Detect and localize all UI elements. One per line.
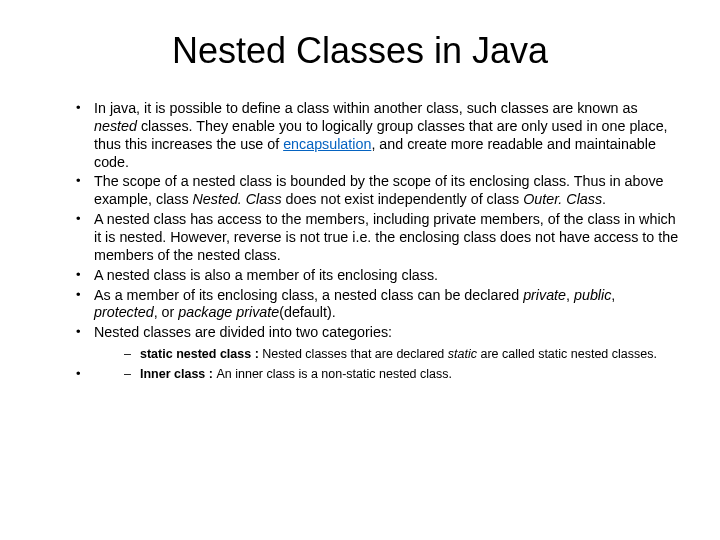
text: ,	[611, 287, 615, 303]
text: , or	[154, 304, 179, 320]
bullet-item: A nested class has access to the members…	[76, 211, 680, 265]
bullet-item: Nested classes are divided into two cate…	[76, 324, 680, 362]
text-italic: static	[448, 347, 477, 361]
text-italic: public	[574, 287, 611, 303]
text: does not exist independently of class	[282, 191, 524, 207]
bullet-item-empty: Inner class : An inner class is a non-st…	[76, 366, 680, 382]
text: are called static nested classes.	[477, 347, 657, 361]
text-italic: Nested. Class	[193, 191, 282, 207]
sub-bullet-item: Inner class : An inner class is a non-st…	[124, 366, 680, 382]
text: Nested classes are divided into two cate…	[94, 324, 392, 340]
slide-title: Nested Classes in Java	[40, 30, 680, 72]
text: In java, it is possible to define a clas…	[94, 100, 638, 116]
bullet-item: A nested class is also a member of its e…	[76, 267, 680, 285]
text-italic: protected	[94, 304, 154, 320]
text-italic: private	[523, 287, 566, 303]
bullet-item: As a member of its enclosing class, a ne…	[76, 287, 680, 323]
sub-bullet-list: static nested class : Nested classes tha…	[94, 346, 680, 362]
bullet-item: In java, it is possible to define a clas…	[76, 100, 680, 171]
sub-bullet-list: Inner class : An inner class is a non-st…	[94, 366, 680, 382]
link-encapsulation[interactable]: encapsulation	[283, 136, 371, 152]
text: ,	[566, 287, 574, 303]
text: .	[602, 191, 606, 207]
sub-bullet-item: static nested class : Nested classes tha…	[124, 346, 680, 362]
text-bold: static nested class :	[140, 347, 262, 361]
text: As a member of its enclosing class, a ne…	[94, 287, 523, 303]
text: An inner class is a non-static nested cl…	[216, 367, 452, 381]
text-bold: Inner class :	[140, 367, 216, 381]
bullet-item: The scope of a nested class is bounded b…	[76, 173, 680, 209]
text: (default).	[279, 304, 335, 320]
text-italic: nested	[94, 118, 137, 134]
bullet-list: In java, it is possible to define a clas…	[40, 100, 680, 383]
text-italic: Outer. Class	[523, 191, 602, 207]
text-italic: package private	[178, 304, 279, 320]
text: Nested classes that are declared	[262, 347, 448, 361]
